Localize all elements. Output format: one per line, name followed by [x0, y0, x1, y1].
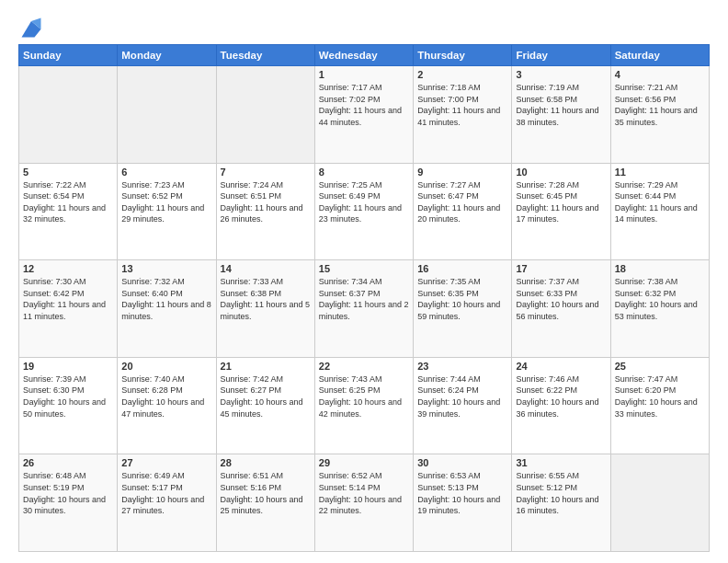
- calendar-cell: [216, 66, 314, 164]
- day-info: Sunrise: 7:19 AMSunset: 6:58 PMDaylight:…: [516, 82, 606, 128]
- calendar-cell: 14Sunrise: 7:33 AMSunset: 6:38 PMDayligh…: [216, 260, 314, 358]
- day-number: 14: [221, 263, 311, 274]
- day-number: 20: [121, 361, 211, 372]
- day-info: Sunrise: 7:21 AMSunset: 6:56 PMDaylight:…: [615, 82, 705, 128]
- calendar-cell: 18Sunrise: 7:38 AMSunset: 6:32 PMDayligh…: [610, 260, 709, 358]
- day-info: Sunrise: 7:29 AMSunset: 6:44 PMDaylight:…: [615, 179, 705, 225]
- day-number: 16: [417, 263, 507, 274]
- day-info: Sunrise: 7:24 AMSunset: 6:51 PMDaylight:…: [221, 179, 311, 225]
- calendar-cell: 11Sunrise: 7:29 AMSunset: 6:44 PMDayligh…: [610, 163, 709, 260]
- calendar-cell: 22Sunrise: 7:43 AMSunset: 6:25 PMDayligh…: [314, 357, 413, 454]
- day-number: 26: [23, 457, 113, 468]
- day-info: Sunrise: 7:34 AMSunset: 6:37 PMDaylight:…: [319, 276, 409, 322]
- day-info: Sunrise: 6:55 AMSunset: 5:12 PMDaylight:…: [516, 470, 606, 516]
- day-info: Sunrise: 7:27 AMSunset: 6:47 PMDaylight:…: [417, 179, 507, 225]
- calendar-cell: 6Sunrise: 7:23 AMSunset: 6:52 PMDaylight…: [118, 163, 216, 260]
- day-info: Sunrise: 7:33 AMSunset: 6:38 PMDaylight:…: [221, 276, 311, 322]
- day-info: Sunrise: 7:18 AMSunset: 7:00 PMDaylight:…: [417, 82, 507, 128]
- calendar-cell: 3Sunrise: 7:19 AMSunset: 6:58 PMDaylight…: [512, 66, 610, 164]
- calendar-cell: 20Sunrise: 7:40 AMSunset: 6:28 PMDayligh…: [118, 357, 216, 454]
- calendar-day-header: Tuesday: [216, 45, 314, 66]
- day-number: 15: [319, 263, 409, 274]
- calendar-header-row: SundayMondayTuesdayWednesdayThursdayFrid…: [19, 45, 710, 66]
- day-info: Sunrise: 7:30 AMSunset: 6:42 PMDaylight:…: [23, 276, 113, 322]
- day-number: 30: [417, 457, 507, 468]
- logo: [18, 15, 48, 40]
- calendar-cell: 31Sunrise: 6:55 AMSunset: 5:12 PMDayligh…: [512, 454, 610, 552]
- calendar-week-row: 12Sunrise: 7:30 AMSunset: 6:42 PMDayligh…: [19, 260, 710, 358]
- calendar-cell: 29Sunrise: 6:52 AMSunset: 5:14 PMDayligh…: [314, 454, 413, 552]
- calendar-cell: 23Sunrise: 7:44 AMSunset: 6:24 PMDayligh…: [414, 357, 512, 454]
- calendar-day-header: Saturday: [610, 45, 709, 66]
- day-info: Sunrise: 7:38 AMSunset: 6:32 PMDaylight:…: [615, 276, 705, 322]
- day-info: Sunrise: 7:40 AMSunset: 6:28 PMDaylight:…: [121, 373, 211, 419]
- calendar-cell: 15Sunrise: 7:34 AMSunset: 6:37 PMDayligh…: [314, 260, 413, 358]
- calendar-day-header: Monday: [118, 45, 216, 66]
- logo-icon: [18, 15, 44, 40]
- calendar-day-header: Friday: [512, 45, 610, 66]
- day-number: 31: [516, 457, 606, 468]
- calendar-cell: 27Sunrise: 6:49 AMSunset: 5:17 PMDayligh…: [118, 454, 216, 552]
- calendar-cell: 30Sunrise: 6:53 AMSunset: 5:13 PMDayligh…: [414, 454, 512, 552]
- calendar-cell: 7Sunrise: 7:24 AMSunset: 6:51 PMDaylight…: [216, 163, 314, 260]
- day-number: 2: [417, 69, 507, 80]
- day-info: Sunrise: 7:39 AMSunset: 6:30 PMDaylight:…: [23, 373, 113, 419]
- day-number: 21: [221, 361, 311, 372]
- header: [18, 15, 710, 40]
- day-number: 9: [417, 167, 507, 178]
- calendar-cell: 28Sunrise: 6:51 AMSunset: 5:16 PMDayligh…: [216, 454, 314, 552]
- calendar-week-row: 5Sunrise: 7:22 AMSunset: 6:54 PMDaylight…: [19, 163, 710, 260]
- day-info: Sunrise: 7:44 AMSunset: 6:24 PMDaylight:…: [417, 373, 507, 419]
- calendar-day-header: Sunday: [19, 45, 118, 66]
- calendar-cell: [610, 454, 709, 552]
- day-info: Sunrise: 7:25 AMSunset: 6:49 PMDaylight:…: [319, 179, 409, 225]
- calendar-week-row: 19Sunrise: 7:39 AMSunset: 6:30 PMDayligh…: [19, 357, 710, 454]
- day-number: 27: [121, 457, 211, 468]
- calendar-cell: 19Sunrise: 7:39 AMSunset: 6:30 PMDayligh…: [19, 357, 118, 454]
- day-number: 22: [319, 361, 409, 372]
- day-number: 10: [516, 167, 606, 178]
- day-number: 1: [319, 69, 409, 80]
- day-info: Sunrise: 6:52 AMSunset: 5:14 PMDaylight:…: [319, 470, 409, 516]
- day-number: 12: [23, 263, 113, 274]
- day-info: Sunrise: 7:46 AMSunset: 6:22 PMDaylight:…: [516, 373, 606, 419]
- day-info: Sunrise: 7:32 AMSunset: 6:40 PMDaylight:…: [121, 276, 211, 322]
- day-number: 29: [319, 457, 409, 468]
- day-info: Sunrise: 7:17 AMSunset: 7:02 PMDaylight:…: [319, 82, 409, 128]
- calendar-cell: 8Sunrise: 7:25 AMSunset: 6:49 PMDaylight…: [314, 163, 413, 260]
- day-info: Sunrise: 7:37 AMSunset: 6:33 PMDaylight:…: [516, 276, 606, 322]
- calendar-cell: 12Sunrise: 7:30 AMSunset: 6:42 PMDayligh…: [19, 260, 118, 358]
- day-number: 7: [221, 167, 311, 178]
- day-info: Sunrise: 7:22 AMSunset: 6:54 PMDaylight:…: [23, 179, 113, 225]
- day-number: 8: [319, 167, 409, 178]
- calendar-table: SundayMondayTuesdayWednesdayThursdayFrid…: [18, 44, 710, 552]
- day-number: 17: [516, 263, 606, 274]
- calendar-cell: 10Sunrise: 7:28 AMSunset: 6:45 PMDayligh…: [512, 163, 610, 260]
- calendar-cell: 17Sunrise: 7:37 AMSunset: 6:33 PMDayligh…: [512, 260, 610, 358]
- day-info: Sunrise: 7:28 AMSunset: 6:45 PMDaylight:…: [516, 179, 606, 225]
- calendar-cell: 16Sunrise: 7:35 AMSunset: 6:35 PMDayligh…: [414, 260, 512, 358]
- calendar-week-row: 1Sunrise: 7:17 AMSunset: 7:02 PMDaylight…: [19, 66, 710, 164]
- calendar-cell: 21Sunrise: 7:42 AMSunset: 6:27 PMDayligh…: [216, 357, 314, 454]
- day-info: Sunrise: 7:35 AMSunset: 6:35 PMDaylight:…: [417, 276, 507, 322]
- calendar-cell: 4Sunrise: 7:21 AMSunset: 6:56 PMDaylight…: [610, 66, 709, 164]
- day-number: 5: [23, 167, 113, 178]
- calendar-cell: 26Sunrise: 6:48 AMSunset: 5:19 PMDayligh…: [19, 454, 118, 552]
- page: SundayMondayTuesdayWednesdayThursdayFrid…: [0, 0, 728, 563]
- day-info: Sunrise: 7:23 AMSunset: 6:52 PMDaylight:…: [121, 179, 211, 225]
- calendar-cell: 9Sunrise: 7:27 AMSunset: 6:47 PMDaylight…: [414, 163, 512, 260]
- calendar-day-header: Thursday: [414, 45, 512, 66]
- day-number: 13: [121, 263, 211, 274]
- calendar-cell: 5Sunrise: 7:22 AMSunset: 6:54 PMDaylight…: [19, 163, 118, 260]
- calendar-cell: 13Sunrise: 7:32 AMSunset: 6:40 PMDayligh…: [118, 260, 216, 358]
- calendar-cell: 1Sunrise: 7:17 AMSunset: 7:02 PMDaylight…: [314, 66, 413, 164]
- day-number: 18: [615, 263, 705, 274]
- day-info: Sunrise: 6:51 AMSunset: 5:16 PMDaylight:…: [221, 470, 311, 516]
- day-info: Sunrise: 7:47 AMSunset: 6:20 PMDaylight:…: [615, 373, 705, 419]
- calendar-cell: [118, 66, 216, 164]
- day-info: Sunrise: 7:42 AMSunset: 6:27 PMDaylight:…: [221, 373, 311, 419]
- day-number: 23: [417, 361, 507, 372]
- day-info: Sunrise: 7:43 AMSunset: 6:25 PMDaylight:…: [319, 373, 409, 419]
- day-number: 28: [221, 457, 311, 468]
- day-number: 6: [121, 167, 211, 178]
